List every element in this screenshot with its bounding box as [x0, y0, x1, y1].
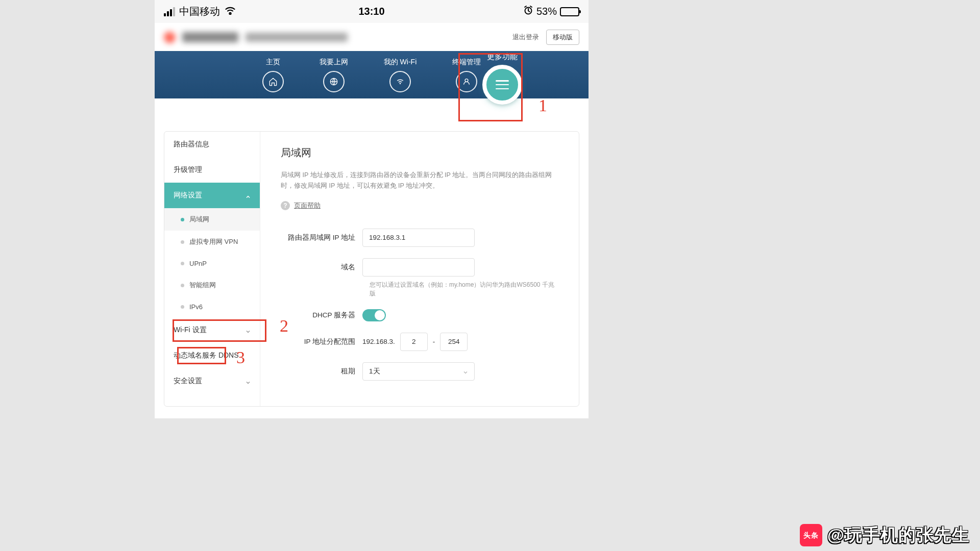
blurred-brand-area — [164, 32, 348, 43]
label-dhcp: DHCP 服务器 — [281, 311, 362, 320]
input-range-start[interactable] — [400, 333, 428, 351]
battery-pct-label: 53% — [536, 6, 557, 17]
mobile-version-button[interactable]: 移动版 — [546, 30, 579, 45]
sidebar-sub-upnp[interactable]: UPnP — [164, 253, 260, 274]
page-header: 退出登录 移动版 — [155, 23, 589, 51]
main-nav: 主页 我要上网 我的 Wi-Fi 终端管理 更多功能 — [155, 51, 589, 98]
sidebar-sub-label: 虚拟专用网 VPN — [189, 237, 238, 246]
nav-devices-label: 终端管理 — [452, 58, 481, 67]
sidebar-item-upgrade[interactable]: 升级管理 — [164, 157, 260, 183]
label-lan-ip: 路由器局域网 IP 地址 — [281, 233, 362, 242]
hamburger-icon — [482, 65, 522, 105]
chevron-down-icon — [246, 379, 251, 384]
watermark-text: @玩手机的张先生 — [827, 523, 970, 547]
chevron-down-icon — [463, 369, 468, 374]
dot-icon — [181, 218, 184, 221]
nav-internet-label: 我要上网 — [320, 58, 348, 67]
sidebar-sub-vpn[interactable]: 虚拟专用网 VPN — [164, 231, 260, 253]
nav-wifi-label: 我的 Wi-Fi — [384, 58, 417, 67]
annotation-num-3: 3 — [236, 348, 245, 367]
sidebar-item-network[interactable]: 网络设置 — [164, 183, 260, 208]
nav-internet[interactable]: 我要上网 — [320, 58, 348, 92]
nav-more[interactable]: 更多功能 — [482, 42, 522, 105]
dot-icon — [181, 305, 184, 309]
carrier-label: 中国移动 — [179, 5, 220, 18]
input-range-end[interactable] — [440, 333, 468, 351]
clock-label: 13:10 — [302, 6, 440, 17]
alarm-icon — [523, 5, 533, 18]
range-prefix: 192.168.3. — [362, 338, 395, 345]
page-description: 局域网 IP 地址修改后，连接到路由器的设备会重新分配 IP 地址。当两台同网段… — [281, 170, 558, 192]
sidebar: 路由器信息 升级管理 网络设置 局域网 虚拟专用网 VPN UPnP 智能组网 … — [164, 132, 260, 406]
sidebar-item-router-info[interactable]: 路由器信息 — [164, 132, 260, 157]
label-domain: 域名 — [281, 263, 362, 272]
signal-icon — [164, 7, 175, 16]
user-icon — [456, 71, 477, 92]
main-content: 局域网 局域网 IP 地址修改后，连接到路由器的设备会重新分配 IP 地址。当两… — [260, 132, 579, 406]
help-icon: ? — [281, 201, 290, 210]
input-domain[interactable] — [362, 258, 475, 277]
label-ip-range: IP 地址分配范围 — [281, 337, 362, 346]
wifi-icon — [224, 5, 236, 18]
nav-home[interactable]: 主页 — [262, 58, 284, 92]
page-title: 局域网 — [281, 146, 558, 160]
dot-icon — [181, 240, 184, 244]
sidebar-item-label: 网络设置 — [174, 191, 202, 200]
watermark-logo: 头条 — [800, 524, 822, 546]
domain-hint: 您可以通过设置域名（例如：my.home）访问华为路由WS6500 千兆版 — [370, 281, 558, 298]
sidebar-sub-label: UPnP — [189, 260, 207, 267]
settings-panel: 2 3 路由器信息 升级管理 网络设置 局域网 虚拟专用网 VPN UPnP 智… — [164, 131, 579, 407]
watermark: 头条 @玩手机的张先生 — [800, 523, 980, 547]
nav-home-label: 主页 — [266, 58, 280, 67]
annotation-num-1: 1 — [538, 96, 547, 115]
sidebar-item-ddns[interactable]: 动态域名服务 DDNS — [164, 343, 260, 368]
chevron-up-icon — [246, 193, 251, 198]
label-lease: 租期 — [281, 367, 362, 376]
range-dash: - — [433, 338, 435, 345]
wifi-nav-icon — [389, 71, 411, 92]
nav-devices[interactable]: 终端管理 — [452, 58, 481, 92]
sidebar-item-wifi-settings[interactable]: Wi-Fi 设置 — [164, 317, 260, 343]
chevron-down-icon — [246, 328, 251, 333]
sidebar-sub-label: 智能组网 — [189, 281, 216, 290]
status-bar: 中国移动 13:10 53% — [155, 0, 589, 23]
content-area: 2 3 路由器信息 升级管理 网络设置 局域网 虚拟专用网 VPN UPnP 智… — [155, 131, 589, 407]
dot-icon — [181, 262, 184, 265]
battery-icon — [560, 7, 579, 16]
logout-link[interactable]: 退出登录 — [512, 33, 539, 42]
dot-icon — [181, 284, 184, 287]
svg-point-2 — [465, 79, 468, 82]
globe-icon — [323, 71, 345, 92]
select-lease[interactable]: 1天 — [362, 362, 475, 381]
screenshot-frame: 中国移动 13:10 53% 退出登录 移动版 主页 我要 — [155, 0, 589, 418]
sidebar-sub-label: IPv6 — [189, 303, 203, 311]
sidebar-item-security[interactable]: 安全设置 — [164, 368, 260, 394]
select-lease-value: 1天 — [369, 367, 380, 376]
sidebar-item-label: Wi-Fi 设置 — [174, 325, 207, 335]
sidebar-sub-lan[interactable]: 局域网 — [164, 208, 260, 231]
sidebar-sub-mesh[interactable]: 智能组网 — [164, 274, 260, 296]
sidebar-item-label: 安全设置 — [174, 377, 202, 386]
help-link[interactable]: 页面帮助 — [294, 201, 321, 210]
home-icon — [262, 71, 284, 92]
toggle-dhcp[interactable] — [362, 309, 386, 321]
annotation-num-2: 2 — [280, 316, 288, 336]
sidebar-sub-label: 局域网 — [189, 215, 209, 224]
nav-wifi[interactable]: 我的 Wi-Fi — [384, 58, 417, 92]
sidebar-sub-ipv6[interactable]: IPv6 — [164, 296, 260, 317]
nav-more-label: 更多功能 — [487, 52, 518, 62]
input-lan-ip[interactable] — [362, 229, 475, 247]
